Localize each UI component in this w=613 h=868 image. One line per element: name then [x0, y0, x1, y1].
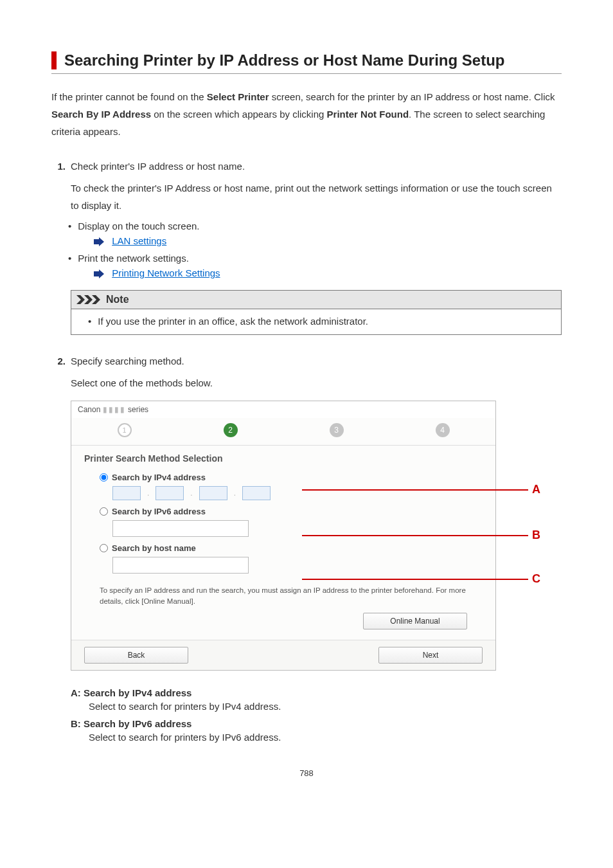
step-indicator-3: 3 [330, 423, 344, 437]
svg-marker-2 [76, 295, 85, 304]
bullet-print-settings: Print the network settings. [68, 253, 562, 264]
label-ipv6: Search by IPv6 address [112, 507, 206, 516]
svg-marker-3 [84, 295, 93, 304]
step-indicator-1: 1 [118, 423, 132, 437]
def-A-head: A: Search by IPv4 address [71, 687, 562, 698]
annotation-A: A [302, 483, 540, 496]
svg-marker-1 [94, 269, 104, 278]
ipv4-octet-4[interactable] [242, 486, 271, 500]
annotation-B: B [302, 529, 540, 542]
step-1-number: 1. [51, 161, 66, 172]
link-lan-settings[interactable]: LAN settings [112, 235, 166, 246]
step-indicator-4: 4 [436, 423, 450, 437]
online-manual-button[interactable]: Online Manual [363, 613, 467, 629]
svg-marker-4 [92, 295, 100, 304]
arrow-icon [94, 237, 104, 246]
annotation-C: C [302, 572, 540, 586]
hostname-input[interactable] [112, 557, 249, 574]
step-2-text: Specify searching method. [71, 356, 184, 366]
step-1-text: Check printer's IP address or host name. [71, 161, 245, 172]
intro-paragraph: If the printer cannot be found on the Se… [51, 88, 562, 140]
dialog-section-label: Printer Search Method Selection [84, 453, 483, 464]
ipv6-input[interactable] [112, 520, 249, 537]
label-hostname: Search by host name [112, 543, 196, 553]
note-chevrons-icon [76, 295, 102, 304]
note-label: Note [106, 294, 129, 305]
ipv4-octet-3[interactable] [199, 486, 227, 500]
svg-marker-0 [94, 237, 104, 246]
link-printing-network-settings[interactable]: Printing Network Settings [112, 267, 220, 278]
next-button[interactable]: Next [378, 647, 483, 664]
back-button[interactable]: Back [84, 647, 188, 664]
step-2-number: 2. [51, 356, 66, 366]
def-B-desc: Select to search for printers by IPv6 ad… [89, 732, 562, 743]
page-number: 788 [51, 768, 562, 778]
dialog-title-bar: Canon ▮▮▮▮ series [71, 401, 495, 418]
step-1: 1. Check printer's IP address or host na… [51, 161, 562, 172]
def-A-desc: Select to search for printers by IPv4 ad… [89, 701, 562, 712]
ipv4-octet-2[interactable] [155, 486, 184, 500]
arrow-icon [94, 269, 104, 278]
step-2: 2. Specify searching method. [51, 356, 562, 366]
page-title: Searching Printer by IP Address or Host … [64, 51, 562, 69]
radio-hostname[interactable] [100, 544, 108, 552]
radio-ipv6[interactable] [100, 507, 108, 516]
note-item-1: If you use the printer in an office, ask… [88, 316, 552, 327]
label-ipv4: Search by IPv4 address [112, 473, 206, 482]
radio-ipv4[interactable] [100, 473, 108, 482]
dialog-hint-text: To specify an IP address and run the sea… [100, 585, 483, 608]
step-2-body: Select one of the methods below. [71, 374, 562, 392]
stepper: 1 2 3 4 [71, 418, 495, 445]
title-divider [51, 73, 562, 74]
note-box: Note If you use the printer in an office… [71, 290, 562, 335]
ipv4-octet-1[interactable] [112, 486, 141, 500]
step-indicator-2-active: 2 [224, 423, 238, 437]
step-1-body: To check the printer's IP Address or hos… [71, 179, 562, 214]
def-B-head: B: Search by IPv6 address [71, 718, 562, 729]
bullet-display-touch: Display on the touch screen. [68, 221, 562, 231]
